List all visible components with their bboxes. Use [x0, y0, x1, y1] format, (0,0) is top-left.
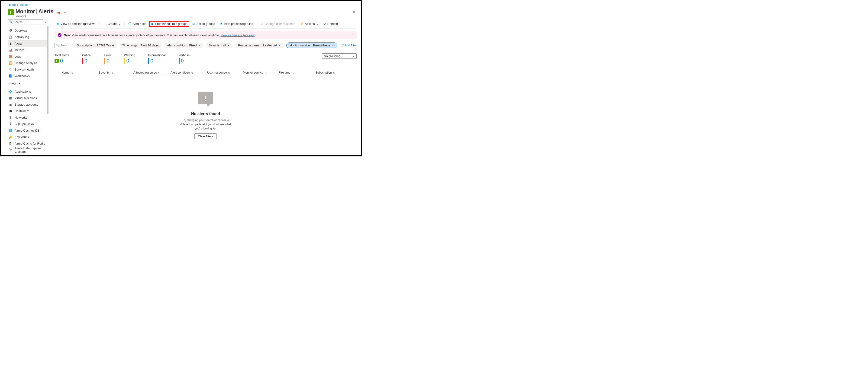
- nav-label: Azure Data Explorer Clusters: [14, 147, 46, 153]
- nav-icon: ⋔: [8, 116, 12, 119]
- filter-subscription[interactable]: Subscription : ACME Telco: [74, 43, 117, 48]
- nav-label: SQL (preview): [14, 122, 34, 126]
- nav-label: Azure Cache for Redis: [14, 142, 45, 145]
- nav-label: Metrics: [14, 48, 24, 52]
- chip-remove-icon[interactable]: ✕: [198, 44, 200, 47]
- chip-remove-icon[interactable]: ✕: [278, 44, 281, 47]
- nav-icon: 🗄: [8, 142, 12, 145]
- alert-rules-button[interactable]: 🖵Alert rules: [126, 21, 148, 27]
- alerts-search-input[interactable]: [61, 44, 70, 47]
- chevron-down-icon: ⌄: [118, 22, 121, 26]
- grouping-select[interactable]: No grouping: [322, 53, 356, 59]
- create-button[interactable]: ＋Create⌄: [101, 21, 123, 27]
- alert-rules-icon: 🖵: [128, 22, 131, 26]
- sidebar-item-key-vaults[interactable]: 🔑Key Vaults: [8, 134, 46, 140]
- sidebar-item-azure-data-explorer-clusters[interactable]: 🔭Azure Data Explorer Clusters: [8, 147, 46, 153]
- nav-label: Service health: [14, 68, 34, 71]
- action-groups-button[interactable]: 🗂Action groups: [190, 21, 217, 27]
- sidebar-item-logs[interactable]: 🧱Logs: [8, 53, 46, 60]
- nav-label: Activity log: [14, 35, 29, 39]
- breadcrumb-monitor[interactable]: Monitor: [20, 3, 29, 6]
- sidebar-item-networks[interactable]: ⋔Networks: [8, 114, 46, 121]
- empty-title: No alerts found: [55, 112, 356, 116]
- sidebar-item-azure-cosmos-db[interactable]: 🌐Azure Cosmos DB: [8, 127, 46, 134]
- empty-message: Try changing your search or choose a dif…: [180, 118, 231, 131]
- sidebar-item-activity-log[interactable]: 📋Activity log: [8, 34, 46, 40]
- column-subscription[interactable]: Subscription↑↓: [315, 71, 343, 74]
- breadcrumb: Home › Monitor: [1, 1, 361, 8]
- counter-error[interactable]: Error0: [104, 53, 111, 64]
- counter-warning[interactable]: Warning0: [124, 53, 135, 64]
- actions-button[interactable]: ⚡Actions⌄: [298, 21, 321, 27]
- announcement-icon: ✓: [58, 33, 61, 37]
- column-severity[interactable]: Severity↑↓: [99, 71, 133, 74]
- filter-alert-condition[interactable]: Alert condition : Fired✕: [164, 43, 203, 48]
- counter-total-alerts[interactable]: Total alerts!0: [55, 53, 69, 64]
- column-user-response[interactable]: User response↑↓: [207, 71, 243, 74]
- filter-resource-name[interactable]: Resource name : 2 selected✕: [235, 43, 283, 48]
- banner-close-icon[interactable]: ✕: [352, 33, 354, 36]
- column-affected-resource[interactable]: Affected resource↑↓: [133, 71, 170, 74]
- counter-verbose[interactable]: Verbose0: [179, 53, 190, 64]
- insights-section-label: Insights: [8, 79, 46, 86]
- sidebar-item-change-analysis[interactable]: 🔀Change Analysis: [8, 60, 46, 66]
- sidebar-item-workbooks[interactable]: 📘Workbooks: [8, 73, 46, 79]
- nav-icon: ♡: [8, 68, 12, 71]
- view-timeline-button[interactable]: ▦View as timeline (preview): [55, 21, 97, 27]
- sidebar: 🔍 « ⏱Overview📋Activity log▮Alerts📊Metric…: [1, 19, 46, 153]
- clear-filters-button[interactable]: Clear filters: [194, 133, 217, 139]
- banner-link[interactable]: View as timeline (preview): [220, 33, 255, 37]
- sidebar-item-storage-accounts[interactable]: ≣Storage accounts: [8, 101, 46, 108]
- prometheus-rule-groups-button[interactable]: ◉Prometheus rule groups: [149, 21, 189, 27]
- sort-icon: ↑↓: [70, 71, 73, 74]
- column-name[interactable]: Name↑↓: [61, 71, 99, 74]
- nav-icon: ⬢: [8, 109, 12, 113]
- filter-monitor-service[interactable]: Monitor service : Prometheus✕: [286, 42, 337, 48]
- counter-critical[interactable]: Critical0: [82, 53, 91, 64]
- empty-state: ! No alerts found Try changing your sear…: [55, 92, 356, 139]
- sidebar-item-service-health[interactable]: ♡Service health: [8, 66, 46, 73]
- column-monitor-service[interactable]: Monitor service↑↓: [243, 71, 279, 74]
- counter-informational[interactable]: Informational0: [148, 53, 165, 64]
- close-icon[interactable]: ✕: [352, 9, 356, 15]
- nav-label: Workbooks: [14, 74, 30, 78]
- sidebar-item-virtual-machines[interactable]: 💻Virtual Machines: [8, 95, 46, 101]
- pin-icon[interactable]: 📌: [56, 10, 61, 15]
- processing-rules-icon: 🛠: [220, 22, 223, 26]
- sort-icon: ↑↓: [264, 71, 267, 74]
- nav-label: Logs: [14, 55, 21, 58]
- column-alert-condition[interactable]: Alert condition↑↓: [170, 71, 207, 74]
- sidebar-search[interactable]: 🔍: [8, 19, 43, 25]
- action-groups-icon: 🗂: [192, 22, 195, 26]
- sidebar-item-overview[interactable]: ⏱Overview: [8, 27, 46, 34]
- sidebar-item-alerts[interactable]: ▮Alerts: [8, 40, 46, 46]
- sidebar-item-metrics[interactable]: 📊Metrics: [8, 46, 46, 53]
- nav-icon: 🧱: [8, 55, 12, 58]
- filter-timerange[interactable]: Time range : Past 30 days: [120, 43, 161, 48]
- sidebar-item-azure-cache-for-redis[interactable]: 🗄Azure Cache for Redis: [8, 140, 46, 147]
- refresh-button[interactable]: ⟳Refresh: [321, 21, 340, 27]
- sort-icon: ↑↓: [158, 71, 161, 74]
- sidebar-item-containers[interactable]: ⬢Containers: [8, 108, 46, 114]
- filter-severity[interactable]: Severity : all✕: [206, 43, 233, 48]
- sidebar-item-sql-preview-[interactable]: 🛢SQL (preview): [8, 121, 46, 127]
- sidebar-search-input[interactable]: [14, 21, 41, 24]
- nav-icon: 📋: [8, 35, 12, 39]
- sort-icon: ↑↓: [190, 71, 193, 74]
- sort-icon: ↑↓: [228, 71, 230, 74]
- collapse-sidebar-icon[interactable]: «: [45, 21, 46, 24]
- sidebar-item-applications[interactable]: 💠Applications: [8, 88, 46, 95]
- chip-remove-icon[interactable]: ✕: [332, 44, 334, 47]
- nav-icon: 🛢: [8, 122, 12, 126]
- alert-processing-rules-button[interactable]: 🛠Alert processing rules: [218, 21, 255, 27]
- breadcrumb-home[interactable]: Home: [8, 3, 16, 6]
- more-icon[interactable]: ⋯: [63, 11, 66, 14]
- nav-label: Applications: [14, 90, 31, 93]
- chip-remove-icon[interactable]: ✕: [227, 44, 230, 47]
- nav-icon: ⏱: [8, 29, 12, 32]
- alerts-search[interactable]: 🔍: [55, 43, 71, 48]
- main-content: ▦View as timeline (preview) ＋Create⌄ 🖵Al…: [46, 19, 361, 153]
- add-filter-button[interactable]: ⁺▽Add filter: [340, 43, 356, 47]
- column-fire-time[interactable]: Fire time↑↓: [279, 71, 315, 74]
- nav-icon: 📘: [8, 74, 12, 78]
